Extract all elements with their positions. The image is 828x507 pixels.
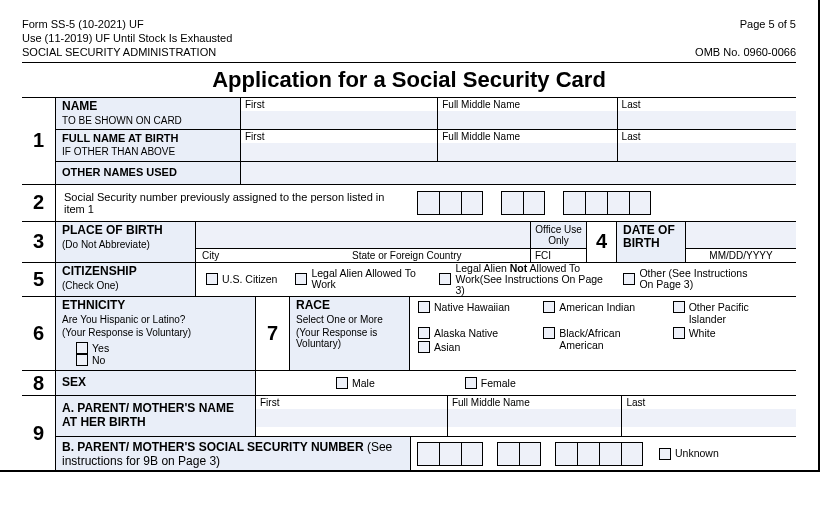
first-caption: First <box>241 98 437 111</box>
checkbox-icon <box>659 448 671 460</box>
ssn-digit[interactable] <box>563 191 585 215</box>
mother-ssn-unknown-option[interactable]: Unknown <box>659 448 719 460</box>
checkbox-icon <box>439 273 451 285</box>
citizenship-us-option[interactable]: U.S. Citizen <box>206 273 277 285</box>
ssn-digit[interactable] <box>621 442 643 466</box>
race-black-option[interactable]: Black/African American <box>543 327 658 353</box>
sex-male-option[interactable]: Male <box>336 377 375 389</box>
ethnicity-yes-option[interactable]: Yes <box>76 342 231 354</box>
ethnicity-options: Yes No <box>56 340 255 370</box>
form-title: Application for a Social Security Card <box>22 67 796 93</box>
othernames-label: OTHER NAMES USED <box>56 162 240 183</box>
citizenship-alien-allowed-option[interactable]: Legal Alien Allowed To Work <box>295 268 421 290</box>
state-caption: State or Foreign Country <box>346 249 530 262</box>
stock-line: Use (11-2019) UF Until Stock Is Exhauste… <box>22 32 232 46</box>
section-3-4: 3 PLACE OF BIRTH (Do Not Abbreviate) Cit… <box>22 222 796 263</box>
section-number-6: 6 <box>22 297 56 371</box>
ssn-digit[interactable] <box>599 442 621 466</box>
section-number-5: 5 <box>22 263 56 296</box>
race-label: RACE <box>290 297 409 315</box>
header: Form SS-5 (10-2021) UF Use (11-2019) UF … <box>22 18 796 63</box>
checkbox-icon <box>543 301 555 313</box>
ethnicity-label: ETHNICITY <box>56 297 255 315</box>
mother-last-caption: Last <box>622 396 796 409</box>
mother-middle-input[interactable] <box>448 409 622 427</box>
section-number-7: 7 <box>256 297 290 371</box>
pob-input-area[interactable] <box>196 222 530 248</box>
mother-last-input[interactable] <box>622 409 796 427</box>
section-8: 8 SEX Male Female <box>22 371 796 396</box>
ssn-digit[interactable] <box>519 442 541 466</box>
race-question: Select One or More <box>290 314 409 327</box>
checkbox-icon <box>76 354 88 366</box>
mother-name-label: A. PARENT/ MOTHER'S NAME AT HER BIRTH <box>56 396 255 436</box>
name-first-input[interactable] <box>241 111 437 129</box>
race-american-indian-option[interactable]: American Indian <box>543 301 658 325</box>
ssn-digit[interactable] <box>629 191 651 215</box>
ssn-digit[interactable] <box>439 442 461 466</box>
mother-ssn-label: B. PARENT/ MOTHER'S SOCIAL SECURITY NUMB… <box>56 437 410 471</box>
form-page: Form SS-5 (10-2021) UF Use (11-2019) UF … <box>0 0 820 472</box>
ethnicity-no-option[interactable]: No <box>76 354 249 366</box>
checkbox-icon <box>336 377 348 389</box>
name-label: NAME <box>56 98 240 116</box>
checkbox-icon <box>418 301 430 313</box>
checkbox-icon <box>76 342 88 354</box>
ssn-digit[interactable] <box>417 191 439 215</box>
last-caption: Last <box>618 98 796 111</box>
ssn-digit[interactable] <box>523 191 545 215</box>
birth-middle-input[interactable] <box>438 143 616 161</box>
ssn-digit[interactable] <box>461 191 483 215</box>
mother-middle-caption: Full Middle Name <box>448 396 622 409</box>
birth-first-input[interactable] <box>241 143 437 161</box>
ethnicity-question: Are You Hispanic or Latino? <box>56 314 255 327</box>
checkbox-icon <box>465 377 477 389</box>
checkbox-icon <box>623 273 635 285</box>
othernames-input[interactable] <box>241 162 796 184</box>
section-number-9: 9 <box>22 396 56 470</box>
page-number: Page 5 of 5 <box>695 18 796 32</box>
section-5: 5 CITIZENSHIP (Check One) U.S. Citizen L… <box>22 263 796 297</box>
race-pacific-islander-option[interactable]: Other Pacific Islander <box>673 301 788 325</box>
race-asian-option[interactable]: Asian <box>418 341 529 353</box>
birth-first-caption: First <box>241 130 437 143</box>
ssn-digit[interactable] <box>585 191 607 215</box>
citizenship-label: CITIZENSHIP <box>56 263 195 281</box>
mother-first-input[interactable] <box>256 409 447 427</box>
ssn-digit[interactable] <box>607 191 629 215</box>
citizenship-alien-notallowed-option[interactable]: Legal Alien Not Allowed To Work(See Inst… <box>439 263 605 296</box>
race-native-hawaiian-option[interactable]: Native Hawaiian <box>418 301 529 325</box>
birth-middle-caption: Full Middle Name <box>438 130 616 143</box>
dob-input[interactable] <box>686 222 796 248</box>
city-caption: City <box>196 249 346 262</box>
ssn-digit[interactable] <box>461 442 483 466</box>
section-6-7: 6 ETHNICITY Are You Hispanic or Latino? … <box>22 297 796 372</box>
checkbox-icon <box>673 301 685 313</box>
ssn-digit[interactable] <box>555 442 577 466</box>
ssn-digit[interactable] <box>497 442 519 466</box>
ssn-digit[interactable] <box>439 191 461 215</box>
birth-last-input[interactable] <box>618 143 796 161</box>
ssn-digit[interactable] <box>577 442 599 466</box>
race-alaska-native-option[interactable]: Alaska Native <box>418 327 529 339</box>
race-white-option[interactable]: White <box>673 327 788 339</box>
section-number-4: 4 <box>586 222 616 262</box>
header-left: Form SS-5 (10-2021) UF Use (11-2019) UF … <box>22 18 232 60</box>
ssn-boxes <box>411 185 657 221</box>
birthname-sublabel: IF OTHER THAN ABOVE <box>56 146 240 159</box>
section-1: 1 NAME TO BE SHOWN ON CARD First Full Mi… <box>22 98 796 185</box>
citizenship-other-option[interactable]: Other (See Instructions On Page 3) <box>623 268 749 290</box>
mother-ssn-boxes <box>411 438 649 470</box>
name-middle-input[interactable] <box>438 111 616 129</box>
section-number-3: 3 <box>22 222 56 262</box>
name-sublabel: TO BE SHOWN ON CARD <box>56 115 240 128</box>
prev-ssn-label: Social Security number previously assign… <box>56 187 411 219</box>
dob-format: MM/DD/YYYY <box>686 248 796 262</box>
ssn-digit[interactable] <box>417 442 439 466</box>
sex-female-option[interactable]: Female <box>465 377 516 389</box>
section-number-2: 2 <box>22 185 56 221</box>
section-number-1: 1 <box>22 98 56 184</box>
ssn-digit[interactable] <box>501 191 523 215</box>
name-last-input[interactable] <box>618 111 796 129</box>
mother-first-caption: First <box>256 396 447 409</box>
